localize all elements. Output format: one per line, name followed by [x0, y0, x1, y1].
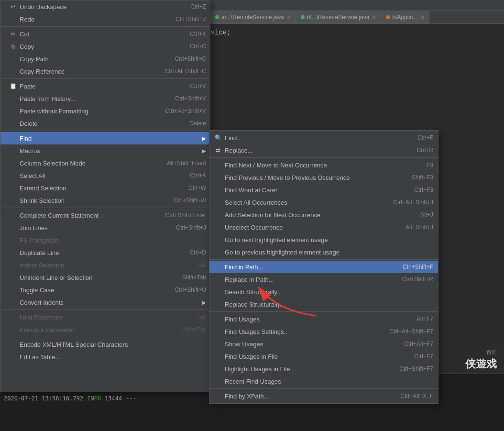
tab-applic[interactable]: b\Applic... ✕: [381, 11, 429, 23]
menu-shortcut: Shift+Tab: [173, 274, 206, 281]
menu-label: Macros: [20, 147, 200, 155]
menu-label: Complete Current Statement: [20, 212, 156, 219]
submenu-shortcut: Ctrl+Alt+X, F: [400, 393, 433, 399]
menu-item-shrink-selection[interactable]: Shrink Selection Ctrl+Shift+W: [0, 194, 210, 207]
menu-label: Cut: [20, 31, 180, 38]
submenu-shortcut: Alt+J: [420, 211, 433, 218]
submenu-label: Find Word at Caret: [225, 187, 414, 194]
submenu-item-find-prev[interactable]: Find Previous / Move to Previous Occurre…: [209, 171, 438, 184]
menu-item-extend-selection[interactable]: Extend Selection Ctrl+W: [0, 182, 210, 194]
submenu-shortcut: Ctrl+Alt+Shift+J: [393, 199, 433, 206]
tab-remote-service-b[interactable]: b\...\RemoteService.java ✕: [296, 11, 382, 23]
menu-shortcut: Ctrl+Z: [181, 3, 206, 10]
menu-label: Edit as Table...: [20, 354, 206, 361]
sub-separator: [209, 157, 438, 158]
find-next-icon: [214, 161, 222, 169]
submenu-item-replace-structurally[interactable]: Replace Structurally...: [209, 298, 438, 310]
menu-label: Find: [20, 135, 200, 142]
submenu-label: Find by XPath...: [225, 393, 400, 400]
submenu-item-find[interactable]: 🔍 Find... Ctrl+F: [209, 132, 438, 144]
menu-item-indent-selection: Indent Selection Tab: [0, 259, 210, 271]
submenu-label: Replace Structurally...: [225, 301, 433, 308]
menu-item-macros[interactable]: Macros ▶: [0, 144, 210, 157]
menu-item-delete[interactable]: Delete Delete: [0, 117, 210, 130]
menu-shortcut: Ctrl+X: [180, 31, 206, 37]
submenu-shortcut: Alt+Shift+J: [405, 224, 433, 231]
menu-item-edit-table[interactable]: Edit as Table...: [0, 351, 210, 363]
menu-item-toggle-case[interactable]: Toggle Case Ctrl+Shift+U: [0, 284, 210, 296]
submenu-item-find-word[interactable]: Find Word at Caret Ctrl+F3: [209, 184, 438, 196]
find-in-path-icon: [214, 263, 222, 271]
submenu-item-replace-in-path[interactable]: Replace in Path... Ctrl+Shift+R: [209, 273, 438, 286]
menu-label: Copy Reference: [20, 68, 155, 75]
menu-item-paste-history[interactable]: Paste from History... Ctrl+Shift+V: [0, 92, 210, 105]
submenu-shortcut: Ctrl+F7: [414, 353, 433, 360]
select-all-occ-icon: [214, 199, 222, 206]
context-menu-left: ↩ Undo Backspace Ctrl+Z Redo Ctrl+Shift+…: [0, 0, 210, 392]
submenu-label: Find...: [225, 134, 417, 142]
menu-item-complete-statement[interactable]: Complete Current Statement Ctrl+Shift+En…: [0, 209, 210, 221]
close-icon[interactable]: ✕: [420, 15, 424, 20]
submenu-item-find-usages[interactable]: Find Usages Alt+F7: [209, 313, 438, 325]
tab-dot: [386, 15, 390, 19]
menu-item-column-selection[interactable]: Column Selection Mode Alt+Shift+Insert: [0, 157, 210, 169]
submenu-item-find-in-path[interactable]: Find in Path... Ctrl+Shift+F: [209, 261, 438, 273]
submenu-item-add-next-occ[interactable]: Add Selection for Next Occurrence Alt+J: [209, 209, 438, 221]
menu-label: Unindent Line or Selection: [20, 274, 173, 281]
menu-item-cut[interactable]: ✂ Cut Ctrl+X: [0, 28, 210, 40]
menu-label: Join Lines: [20, 224, 166, 232]
paste-icon: 📋: [8, 83, 18, 89]
submenu-item-select-all-occ[interactable]: Select All Occurrences Ctrl+Alt+Shift+J: [209, 196, 438, 209]
submenu-item-find-usages-settings[interactable]: Find Usages Settings... Ctrl+Alt+Shift+F…: [209, 325, 438, 338]
submenu-item-recent-find[interactable]: Recent Find Usages: [209, 375, 438, 387]
find-word-icon: [214, 186, 222, 194]
menu-item-convert-indents[interactable]: Convert Indents ▶: [0, 296, 210, 309]
submenu-item-find-next[interactable]: Find Next / Move to Next Occurrence F3: [209, 159, 438, 171]
menu-label: Next Parameter: [20, 314, 187, 321]
menu-item-duplicate-line[interactable]: Duplicate Line Ctrl+D: [0, 246, 210, 259]
menu-item-select-all[interactable]: Select All Ctrl+A: [0, 169, 210, 182]
menu-item-copy-path[interactable]: Copy Path Ctrl+Shift+C: [0, 53, 210, 65]
submenu-item-show-usages[interactable]: Show Usages Ctrl+Alt+F7: [209, 338, 438, 350]
menu-item-copy-reference[interactable]: Copy Reference Ctrl+Alt+Shift+C: [0, 65, 210, 77]
submenu-item-unselect[interactable]: Unselect Occurrence Alt+Shift+J: [209, 221, 438, 233]
sub-separator: [209, 388, 438, 389]
menu-item-join-lines[interactable]: Join Lines Ctrl+Shift+J: [0, 221, 210, 234]
submenu-item-highlight-usages[interactable]: Highlight Usages in File Ctrl+Shift+F7: [209, 363, 438, 375]
close-icon[interactable]: ✕: [287, 15, 291, 20]
menu-item-copy[interactable]: ⎘ Copy Ctrl+C: [0, 40, 210, 53]
menu-shortcut: Ctrl+Shift+W: [164, 197, 206, 204]
submenu-arrow: ▶: [202, 300, 206, 305]
find-dialog-icon: 🔍: [214, 134, 222, 142]
submenu-label: Find Previous / Move to Previous Occurre…: [225, 174, 412, 181]
submenu-item-find-xpath[interactable]: Find by XPath... Ctrl+Alt+X, F: [209, 390, 438, 402]
undo-icon: ↩: [8, 3, 18, 10]
log-message: ---: [126, 394, 136, 403]
submenu-item-go-next-highlight[interactable]: Go to next highlighted element usage: [209, 233, 438, 246]
tab-label: b\Applic...: [392, 14, 417, 21]
submenu-item-go-prev-highlight[interactable]: Go to previous highlighted element usage: [209, 246, 438, 258]
menu-item-undo[interactable]: ↩ Undo Backspace Ctrl+Z: [0, 0, 210, 13]
submenu-item-find-usages-file[interactable]: Find Usages in File Ctrl+F7: [209, 350, 438, 363]
submenu-label: Go to next highlighted element usage: [225, 236, 433, 243]
menu-item-paste-no-format[interactable]: Paste without Formatting Ctrl+Alt+Shift+…: [0, 105, 210, 117]
submenu-item-replace[interactable]: ⇄ Replace... Ctrl+R: [209, 144, 438, 156]
submenu-shortcut: F3: [427, 162, 433, 168]
menu-item-find[interactable]: Find ▶: [0, 132, 210, 144]
menu-shortcut: Delete: [180, 120, 206, 127]
tab-remote-service-a[interactable]: a\...\RemoteService.java ✕: [210, 11, 296, 23]
watermark-line1: 百问: [486, 349, 497, 356]
menu-item-paste[interactable]: 📋 Paste Ctrl+V: [0, 80, 210, 92]
submenu-shortcut: Ctrl+Shift+R: [402, 276, 433, 283]
menu-item-redo[interactable]: Redo Ctrl+Shift+Z: [0, 13, 210, 25]
submenu-shortcut: Ctrl+Alt+F7: [404, 341, 433, 347]
menu-shortcut: Ctrl+V: [180, 83, 206, 89]
menu-shortcut: Shift+Tab: [173, 326, 206, 333]
menu-item-unindent[interactable]: Unindent Line or Selection Shift+Tab: [0, 271, 210, 284]
close-icon[interactable]: ✕: [372, 15, 376, 20]
menu-label: Redo: [20, 16, 166, 23]
menu-shortcut: Ctrl+D: [180, 249, 206, 256]
menu-item-encode-xml[interactable]: Encode XML/HTML Special Characters: [0, 338, 210, 351]
submenu-item-search-structurally[interactable]: Search Structurally...: [209, 286, 438, 298]
submenu-label: Highlight Usages in File: [225, 365, 399, 373]
